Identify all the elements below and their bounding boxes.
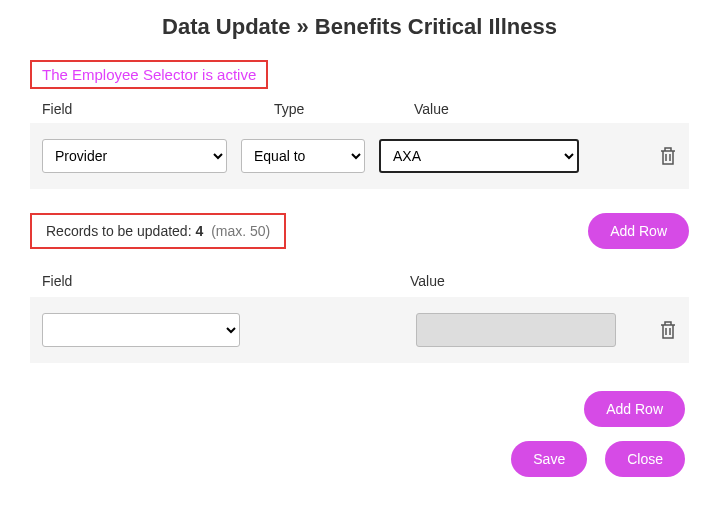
add-row-button[interactable]: Add Row <box>588 213 689 249</box>
add-row-button[interactable]: Add Row <box>584 391 685 427</box>
filter-field-select[interactable]: Provider <box>42 139 227 173</box>
update-header-field: Field <box>42 273 410 289</box>
filter-value-select[interactable]: AXA <box>379 139 579 173</box>
save-button[interactable]: Save <box>511 441 587 477</box>
filter-row: Provider Equal to AXA <box>30 123 689 189</box>
update-headers: Field Value <box>30 249 689 297</box>
update-row <box>30 297 689 363</box>
records-row: Records to be updated: 4 (max. 50) Add R… <box>30 213 689 249</box>
trash-icon[interactable] <box>659 320 677 340</box>
page-title: Data Update » Benefits Critical Illness <box>0 0 719 60</box>
header-type: Type <box>274 101 414 117</box>
update-field-select[interactable] <box>42 313 240 347</box>
records-count-box: Records to be updated: 4 (max. 50) <box>30 213 286 249</box>
selector-active-notice: The Employee Selector is active <box>30 60 268 89</box>
filter-headers: Field Type Value <box>30 97 689 123</box>
trash-icon[interactable] <box>659 146 677 166</box>
records-max: (max. 50) <box>211 223 270 239</box>
header-field: Field <box>42 101 274 117</box>
records-count: 4 <box>195 223 203 239</box>
filter-type-select[interactable]: Equal to <box>241 139 365 173</box>
close-button[interactable]: Close <box>605 441 685 477</box>
update-value-input[interactable] <box>416 313 616 347</box>
records-label: Records to be updated: <box>46 223 195 239</box>
header-value: Value <box>414 101 677 117</box>
update-header-value: Value <box>410 273 677 289</box>
